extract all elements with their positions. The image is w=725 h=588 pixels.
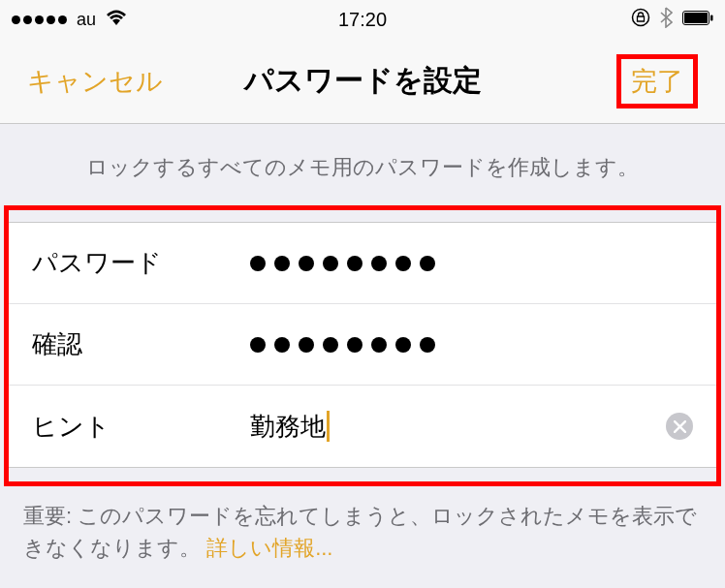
more-info-link[interactable]: 詳しい情報... <box>206 536 332 560</box>
text-cursor <box>327 411 330 442</box>
footer-note: 重要: このパスワードを忘れてしまうと、ロックされたメモを表示できなくなります。… <box>0 486 725 577</box>
cancel-button[interactable]: キャンセル <box>27 64 163 99</box>
wifi-icon <box>106 9 127 30</box>
navigation-bar: キャンセル パスワードを設定 完了 <box>0 39 725 124</box>
password-row[interactable]: パスワード <box>9 223 716 304</box>
password-form: パスワード 確認 ヒント 勤務地 <box>9 222 716 468</box>
svg-point-0 <box>633 9 649 25</box>
confirm-row[interactable]: 確認 <box>9 304 716 386</box>
form-highlight: パスワード 確認 ヒント 勤務地 <box>4 205 721 486</box>
confirm-field[interactable] <box>250 337 693 353</box>
clear-button[interactable] <box>666 413 693 440</box>
orientation-lock-icon <box>631 8 650 32</box>
hint-row[interactable]: ヒント 勤務地 <box>9 386 716 467</box>
hint-field[interactable]: 勤務地 <box>250 410 656 444</box>
done-highlight: 完了 <box>616 54 698 108</box>
carrier-label: au <box>77 10 96 30</box>
hint-value-text: 勤務地 <box>250 410 326 444</box>
done-button[interactable]: 完了 <box>631 64 683 99</box>
status-time: 17:20 <box>338 9 387 31</box>
svg-rect-3 <box>710 15 713 20</box>
password-label: パスワード <box>32 246 250 280</box>
bluetooth-icon <box>660 7 673 33</box>
battery-icon <box>682 10 713 30</box>
page-title: パスワードを設定 <box>244 61 482 101</box>
hint-label: ヒント <box>32 410 250 444</box>
confirm-label: 確認 <box>32 327 250 361</box>
status-bar: au 17:20 <box>0 0 725 39</box>
close-icon <box>674 420 686 433</box>
svg-rect-2 <box>684 13 708 23</box>
status-left: au <box>12 9 127 30</box>
footer-note-text: 重要: このパスワードを忘れてしまうと、ロックされたメモを表示できなくなります。 <box>23 504 697 560</box>
password-field[interactable] <box>250 256 693 271</box>
status-right <box>631 7 713 33</box>
signal-strength-icon <box>12 15 67 24</box>
description-text: ロックするすべてのメモ用のパスワードを作成します。 <box>0 124 725 205</box>
